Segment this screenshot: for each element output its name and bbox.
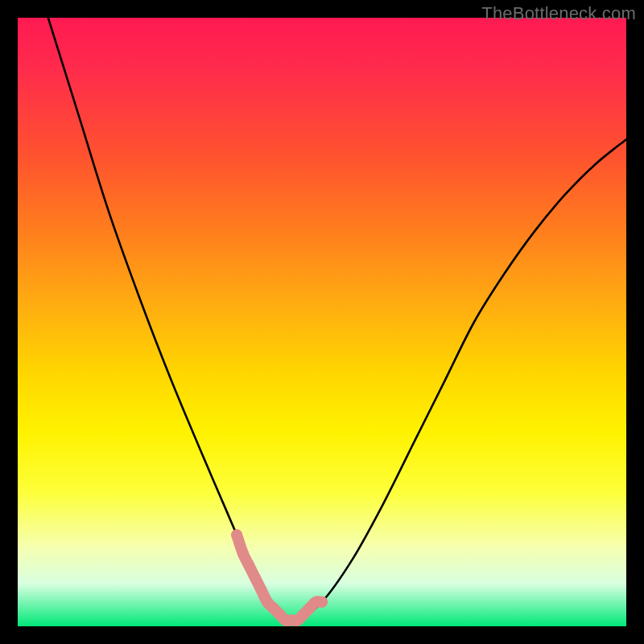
watermark-label: TheBottleneck.com xyxy=(481,3,636,24)
chart-frame: TheBottleneck.com xyxy=(0,0,644,644)
plot-background xyxy=(18,18,626,626)
